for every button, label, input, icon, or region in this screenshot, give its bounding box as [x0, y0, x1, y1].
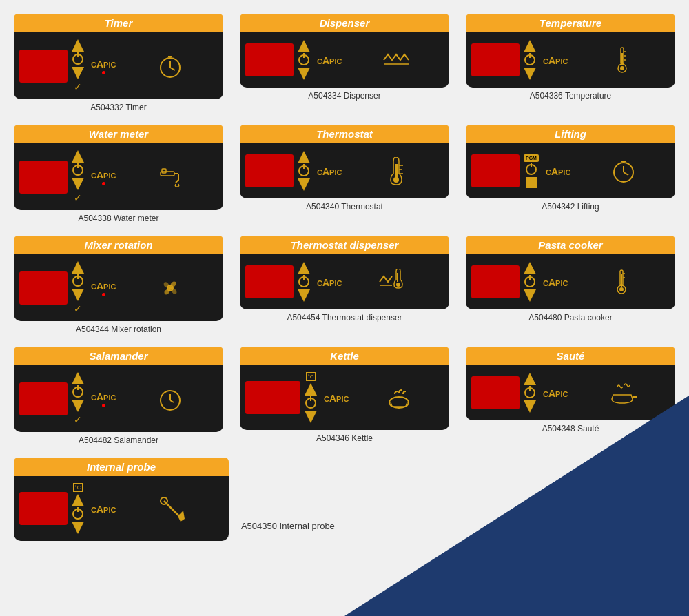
- check-timer[interactable]: ✓: [74, 81, 82, 92]
- up-arrow-mixer[interactable]: [72, 261, 84, 274]
- panel-temperature: CAPIC: [466, 32, 675, 88]
- salamander-clock-icon: [157, 386, 183, 412]
- up-arrow-salamander[interactable]: [72, 372, 84, 384]
- card-title-kettle: Kettle: [240, 347, 449, 365]
- up-arrow-water-meter[interactable]: [72, 150, 84, 163]
- pgm-btn-lifting[interactable]: PGM: [524, 154, 539, 162]
- capic-logo-thermostat: CAPIC: [317, 166, 342, 177]
- card-lifting[interactable]: Lifting PGM CAPIC: [466, 125, 675, 223]
- logo-col-temperature: CAPIC: [543, 54, 568, 66]
- panel-timer: ✓ CAPIC: [14, 32, 223, 99]
- temp-label-probe: °C: [73, 483, 83, 492]
- logo-col-thermostat-dispenser: CAPIC: [317, 276, 342, 288]
- power-mixer[interactable]: [72, 276, 83, 287]
- down-arrow-kettle[interactable]: [305, 411, 317, 423]
- thermo-wave-icon: [378, 269, 414, 295]
- down-arrow-temperature[interactable]: [524, 68, 536, 80]
- display-water-meter: [19, 161, 68, 194]
- card-thermostat[interactable]: Thermostat CAPIC: [240, 125, 449, 223]
- up-arrow-kettle[interactable]: [305, 383, 317, 396]
- down-arrow-water-meter[interactable]: [72, 178, 84, 190]
- up-arrow-temperature[interactable]: [524, 40, 536, 52]
- card-dispenser[interactable]: Dispenser CAPIC A504334 Di: [240, 14, 449, 112]
- up-arrow-timer[interactable]: [72, 39, 84, 52]
- capic-logo-lifting: CAPIC: [546, 166, 570, 177]
- down-arrow-timer[interactable]: [72, 67, 84, 79]
- down-arrow-thermostat[interactable]: [298, 178, 310, 191]
- display-dispenser: [245, 43, 294, 76]
- up-arrow-saute[interactable]: [524, 373, 536, 385]
- card-thermostat-dispenser[interactable]: Thermostat dispenser CAPIC: [240, 236, 449, 334]
- controls-kettle: °C: [305, 372, 317, 423]
- power-water-meter[interactable]: [72, 165, 83, 176]
- svg-line-22: [624, 172, 628, 175]
- logo-col-salamander: CAPIC: [91, 390, 116, 407]
- card-title-temperature: Temperature: [466, 14, 675, 32]
- svg-rect-27: [397, 273, 398, 282]
- power-timer[interactable]: [72, 54, 83, 65]
- down-arrow-mixer[interactable]: [72, 289, 84, 301]
- logo-col-mixer: CAPIC: [91, 279, 116, 296]
- svg-point-25: [168, 286, 172, 290]
- power-kettle[interactable]: [305, 398, 316, 409]
- display-salamander: [19, 382, 68, 415]
- card-title-lifting: Lifting: [466, 125, 675, 143]
- svg-rect-12: [161, 172, 174, 176]
- up-arrow-thermostat[interactable]: [298, 151, 310, 163]
- down-arrow-salamander[interactable]: [72, 400, 84, 412]
- power-thermostat[interactable]: [298, 165, 309, 176]
- display-timer: [19, 50, 68, 83]
- card-mixer[interactable]: Mixer rotation ✓ CAPIC: [14, 236, 223, 334]
- down-arrow-pasta-cooker[interactable]: [524, 289, 536, 302]
- card-title-water-meter: Water meter: [14, 125, 223, 143]
- up-arrow-thermostat-dispenser[interactable]: [298, 262, 310, 274]
- svg-point-7: [620, 66, 624, 70]
- controls-salamander: ✓: [72, 372, 84, 425]
- capic-logo-timer: CAPIC: [91, 59, 116, 70]
- power-pasta-cooker[interactable]: [524, 276, 535, 287]
- controls-mixer: ✓: [72, 261, 84, 314]
- up-arrow-dispenser[interactable]: [298, 40, 310, 52]
- red-dot-timer: [102, 71, 105, 74]
- capic-logo-pasta-cooker: CAPIC: [543, 277, 568, 288]
- row-1: Timer ✓ CAPIC: [14, 14, 675, 112]
- card-pasta-cooker[interactable]: Pasta cooker CAPIC: [466, 236, 675, 334]
- power-temperature[interactable]: [524, 54, 535, 65]
- down-arrow-thermostat-dispenser[interactable]: [298, 289, 310, 302]
- capic-logo-water-meter: CAPIC: [91, 170, 116, 181]
- icon-area-thermostat: [349, 157, 444, 185]
- panel-internal-probe: °C CAPIC: [14, 476, 229, 541]
- power-probe[interactable]: [72, 509, 83, 520]
- controls-dispenser: [298, 40, 310, 80]
- panel-water-meter: ✓ CAPIC: [14, 143, 223, 210]
- logo-col-probe: CAPIC: [91, 502, 116, 515]
- svg-rect-13: [162, 169, 166, 173]
- power-lifting[interactable]: [526, 164, 537, 175]
- label-pasta-cooker: A504480 Pasta cooker: [466, 313, 675, 322]
- extra-btn-lifting[interactable]: [526, 177, 537, 188]
- power-dispenser[interactable]: [298, 54, 309, 65]
- capic-logo-mixer: CAPIC: [91, 280, 116, 291]
- power-salamander[interactable]: [72, 387, 83, 398]
- card-timer[interactable]: Timer ✓ CAPIC: [14, 14, 223, 112]
- card-internal-probe[interactable]: Internal probe °C CAPIC: [14, 458, 229, 541]
- up-arrow-pasta-cooker[interactable]: [524, 262, 536, 274]
- down-arrow-probe[interactable]: [72, 522, 84, 534]
- label-thermostat: A504340 Thermostat: [240, 202, 449, 212]
- up-arrow-probe[interactable]: [72, 494, 84, 506]
- card-temperature[interactable]: Temperature CAPIC: [466, 14, 675, 112]
- power-thermostat-dispenser[interactable]: [298, 276, 309, 287]
- capic-logo-temperature: CAPIC: [543, 55, 568, 66]
- check-mixer[interactable]: ✓: [74, 303, 82, 314]
- red-dot-salamander: [102, 404, 105, 407]
- down-arrow-dispenser[interactable]: [298, 68, 310, 80]
- controls-internal-probe: °C: [72, 483, 84, 534]
- panel-thermostat: CAPIC: [240, 143, 449, 198]
- card-salamander[interactable]: Salamander ✓ CAPIC: [14, 347, 223, 445]
- check-salamander[interactable]: ✓: [74, 414, 82, 425]
- card-water-meter[interactable]: Water meter ✓ CAPIC: [14, 125, 223, 223]
- check-water-meter[interactable]: ✓: [74, 192, 82, 203]
- panel-mixer: ✓ CAPIC: [14, 254, 223, 321]
- card-title-thermostat: Thermostat: [240, 125, 449, 143]
- icon-area-temperature: [575, 46, 670, 74]
